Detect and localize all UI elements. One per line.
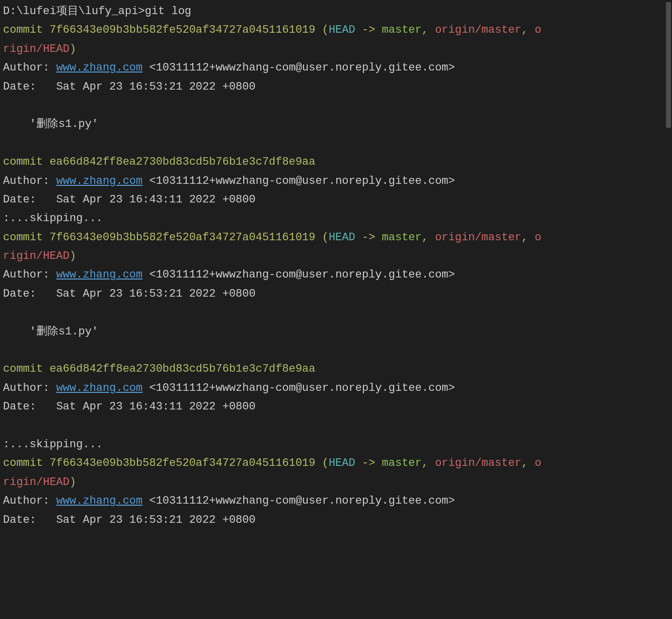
author-line: Author: www.zhang.com <10311112+wwwzhang… bbox=[3, 58, 669, 77]
author-email: <10311112+wwwzhang-com@user.noreply.gite… bbox=[142, 268, 455, 281]
commit-line: commit ea66d842ff8ea2730bd83cd5b76b1e3c7… bbox=[3, 153, 669, 171]
commit-line: commit ea66d842ff8ea2730bd83cd5b76b1e3c7… bbox=[3, 360, 669, 378]
author-line: Author: www.zhang.com <10311112+wwwzhang… bbox=[3, 492, 669, 510]
blank-line bbox=[3, 134, 669, 153]
terminal-output[interactable]: D:\lufei项目\lufy_api>git log commit 7f663… bbox=[3, 2, 669, 529]
commit-line: commit 7f66343e09b3bb582fe520af34727a045… bbox=[3, 228, 669, 247]
date-line: Date: Sat Apr 23 16:53:21 2022 +0800 bbox=[3, 511, 669, 529]
commit-hash: 7f66343e09b3bb582fe520af34727a0451161019 bbox=[49, 24, 315, 36]
author-line: Author: www.zhang.com <10311112+wwwzhang… bbox=[3, 265, 669, 284]
author-link[interactable]: www.zhang.com bbox=[56, 175, 143, 187]
scrollbar-track[interactable] bbox=[665, 0, 672, 619]
prompt-line: D:\lufei项目\lufy_api>git log bbox=[3, 2, 669, 21]
author-email: <10311112+wwwzhang-com@user.noreply.gite… bbox=[142, 61, 455, 74]
remote-origin-master: origin/master bbox=[435, 231, 521, 244]
commit-line-wrap: rigin/HEAD) bbox=[3, 473, 669, 492]
date-line: Date: Sat Apr 23 16:43:11 2022 +0800 bbox=[3, 397, 669, 416]
date-line: Date: Sat Apr 23 16:53:21 2022 +0800 bbox=[3, 78, 669, 96]
commit-line-wrap: rigin/HEAD) bbox=[3, 247, 669, 265]
commit-hash: ea66d842ff8ea2730bd83cd5b76b1e3c7df8e9aa bbox=[49, 363, 315, 375]
date-line: Date: Sat Apr 23 16:53:21 2022 +0800 bbox=[3, 285, 669, 303]
remote-origin-master: origin/master bbox=[435, 457, 521, 469]
commit-line-wrap: rigin/HEAD) bbox=[3, 40, 669, 58]
blank-line bbox=[3, 96, 669, 115]
skipping-line: :...skipping... bbox=[3, 435, 669, 454]
remote-origin-master: origin/master bbox=[435, 24, 521, 36]
head-ref: HEAD bbox=[329, 457, 355, 469]
commit-hash: ea66d842ff8ea2730bd83cd5b76b1e3c7df8e9aa bbox=[49, 156, 315, 168]
author-link[interactable]: www.zhang.com bbox=[56, 495, 143, 507]
commit-hash: 7f66343e09b3bb582fe520af34727a0451161019 bbox=[49, 457, 315, 469]
author-link[interactable]: www.zhang.com bbox=[56, 382, 143, 394]
commit-hash: 7f66343e09b3bb582fe520af34727a0451161019 bbox=[49, 231, 315, 244]
blank-line bbox=[3, 341, 669, 360]
commit-message: '删除s1.py' bbox=[3, 115, 669, 133]
author-link[interactable]: www.zhang.com bbox=[56, 61, 143, 74]
commit-line: commit 7f66343e09b3bb582fe520af34727a045… bbox=[3, 21, 669, 39]
commit-message: '删除s1.py' bbox=[3, 322, 669, 341]
author-email: <10311112+wwwzhang-com@user.noreply.gite… bbox=[142, 495, 455, 507]
head-ref: HEAD bbox=[329, 231, 355, 244]
author-link[interactable]: www.zhang.com bbox=[56, 268, 143, 281]
branch-master: master bbox=[382, 457, 422, 469]
branch-master: master bbox=[382, 24, 422, 36]
date-line: Date: Sat Apr 23 16:43:11 2022 +0800 bbox=[3, 190, 669, 209]
author-email: <10311112+wwwzhang-com@user.noreply.gite… bbox=[142, 175, 455, 187]
blank-line bbox=[3, 417, 669, 435]
author-email: <10311112+wwwzhang-com@user.noreply.gite… bbox=[142, 382, 455, 394]
branch-master: master bbox=[382, 231, 422, 244]
head-ref: HEAD bbox=[329, 24, 355, 36]
blank-line bbox=[3, 303, 669, 322]
author-line: Author: www.zhang.com <10311112+wwwzhang… bbox=[3, 379, 669, 397]
skipping-line: :...skipping... bbox=[3, 209, 669, 228]
prompt-text: D:\lufei项目\lufy_api>git log bbox=[3, 5, 191, 18]
author-line: Author: www.zhang.com <10311112+wwwzhang… bbox=[3, 172, 669, 190]
commit-line: commit 7f66343e09b3bb582fe520af34727a045… bbox=[3, 454, 669, 472]
scrollbar-thumb[interactable] bbox=[666, 2, 671, 128]
